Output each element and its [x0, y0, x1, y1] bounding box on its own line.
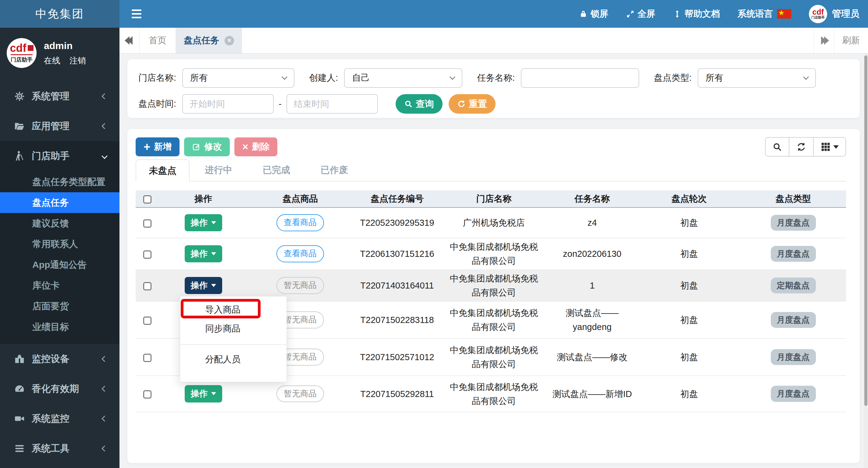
row-action-button[interactable]: 操作 — [185, 385, 222, 403]
avatar-sub-text: 门店助手 — [811, 15, 825, 20]
status-tab-not-counted[interactable]: 未盘点 — [135, 159, 190, 182]
sidebar-item-store-goods-request[interactable]: 店面要货 — [0, 296, 120, 317]
caret-down-icon — [211, 392, 216, 395]
add-button-label: 新增 — [154, 141, 172, 153]
submenu-label: 建议反馈 — [32, 217, 69, 230]
inventory-type-select[interactable]: 所有 — [698, 68, 816, 88]
round-cell: 初盘 — [638, 376, 740, 412]
double-chevron-right-icon — [821, 36, 827, 45]
sidebar-group-store-assistant: 门店助手 盘点任务类型配置 盘点任务 建议反馈 常用联系人 App通知公告 库位… — [0, 141, 120, 344]
status-tab-completed[interactable]: 已完成 — [247, 159, 305, 181]
view-goods-pill[interactable]: 查看商品 — [276, 245, 324, 262]
gauge-icon — [14, 383, 25, 394]
sidebar-item-inventory-task-type-config[interactable]: 盘点任务类型配置 — [0, 171, 120, 192]
table-refresh-button[interactable] — [789, 137, 814, 157]
inventory-time-label: 盘点时间: — [138, 98, 176, 110]
logout-link[interactable]: 注销 — [69, 55, 86, 66]
action-button-label: 操作 — [191, 218, 208, 228]
sidebar-item-storage-card[interactable]: 库位卡 — [0, 275, 120, 296]
profile-avatar: cdf 门店助手 — [7, 38, 37, 68]
brand-logo: 中免集团 — [0, 0, 120, 28]
add-button[interactable]: + 新增 — [135, 137, 180, 156]
tabbar-spacer — [242, 28, 814, 53]
row-checkbox[interactable] — [143, 390, 152, 399]
row-checkbox[interactable] — [143, 354, 152, 362]
tab-home[interactable]: 首页 — [140, 28, 176, 53]
tabs-scroll-left-button[interactable] — [120, 28, 140, 53]
edit-button[interactable]: 修改 — [184, 137, 230, 156]
row-action-button[interactable]: 操作 — [185, 245, 222, 263]
task-id-cell: T22071502571012 — [353, 339, 441, 376]
person-cane-icon — [14, 151, 25, 161]
sidebar-item-performance-target[interactable]: 业绩目标 — [0, 317, 120, 337]
menu-item-assign-staff[interactable]: 分配人员 — [180, 350, 286, 369]
store-name-select[interactable]: 所有 — [182, 68, 294, 88]
sidebar-item-app-notice[interactable]: App通知公告 — [0, 254, 120, 275]
sidebar-item-system-management[interactable]: 系统管理 — [0, 81, 120, 111]
action-button-label: 操作 — [191, 389, 208, 399]
task-id-cell: T22071403164011 — [353, 270, 441, 301]
row-checkbox[interactable] — [143, 250, 152, 259]
submenu-label: 盘点任务 — [32, 196, 69, 209]
row-checkbox[interactable] — [143, 317, 152, 325]
fullscreen-button[interactable]: 全屏 — [626, 8, 655, 20]
user-avatar[interactable]: cdf 门店助手 — [809, 5, 827, 23]
status-tab-voided[interactable]: 已作废 — [305, 159, 363, 181]
task-name-input[interactable] — [521, 68, 639, 88]
sidebar-item-perfume-expiry[interactable]: 香化有效期 — [0, 374, 120, 404]
menu-item-import-goods[interactable]: 导入商品 — [180, 301, 286, 319]
row-action-button[interactable]: 操作 — [185, 214, 222, 231]
vertical-scrollbar[interactable] — [864, 54, 868, 468]
table-columns-button[interactable] — [814, 137, 846, 157]
tabs-scroll-right-button[interactable] — [814, 28, 834, 53]
lock-icon — [579, 10, 588, 18]
select-all-checkbox[interactable] — [143, 195, 152, 204]
chevron-left-icon — [101, 123, 107, 129]
task-id-cell: T22071505292811 — [353, 376, 441, 412]
sidebar-item-suggestion-feedback[interactable]: 建议反馈 — [0, 213, 120, 234]
tab-close-icon[interactable]: × — [225, 36, 234, 45]
caret-down-icon — [211, 284, 216, 287]
tab-inventory-task[interactable]: 盘点任务 × — [176, 28, 242, 53]
refresh-icon — [796, 142, 806, 152]
sidebar-item-store-assistant[interactable]: 门店助手 — [0, 141, 120, 171]
menu-item-label: 同步商品 — [205, 323, 241, 335]
system-language-button[interactable]: 系统语言 ★ — [738, 8, 791, 20]
search-button[interactable]: 查询 — [396, 94, 442, 114]
end-time-input[interactable] — [286, 94, 378, 114]
col-goods: 盘点商品 — [247, 190, 353, 208]
sidebar-item-system-monitoring[interactable]: 系统监控 — [0, 404, 120, 434]
sidebar-item-system-tools[interactable]: 系统工具 — [0, 434, 120, 463]
help-doc-button[interactable]: 帮助文档 — [673, 8, 720, 20]
start-time-input[interactable] — [182, 94, 274, 114]
sidebar-item-label: 系统管理 — [32, 90, 69, 103]
row-checkbox[interactable] — [143, 282, 152, 290]
sidebar-item-label: 门店助手 — [32, 150, 69, 162]
creator-label: 创建人: — [309, 72, 338, 84]
view-goods-pill[interactable]: 查看商品 — [276, 214, 324, 231]
sidebar-item-app-management[interactable]: 应用管理 — [0, 111, 120, 141]
task-name-cell: 1 — [547, 270, 638, 301]
sidebar-item-monitoring-device[interactable]: 监控设备 — [0, 344, 120, 374]
profile-avatar-brand: cdf — [10, 43, 27, 53]
hamburger-menu-icon[interactable] — [132, 9, 142, 18]
no-goods-pill: 暂无商品 — [276, 385, 324, 402]
menu-item-label: 导入商品 — [205, 304, 241, 316]
username-label[interactable]: 管理员 — [832, 8, 860, 20]
reset-button[interactable]: 重置 — [448, 94, 496, 114]
menu-item-sync-goods[interactable]: 同步商品 — [180, 319, 286, 338]
sidebar-item-common-contacts[interactable]: 常用联系人 — [0, 234, 120, 254]
search-icon — [404, 100, 413, 108]
scrollbar-thumb[interactable] — [864, 56, 867, 406]
sidebar-item-inventory-task[interactable]: 盘点任务 — [0, 192, 120, 213]
submenu-label: 常用联系人 — [32, 238, 78, 250]
lock-screen-button[interactable]: 锁屏 — [579, 8, 608, 20]
row-checkbox[interactable] — [143, 219, 152, 228]
status-tab-in-progress[interactable]: 进行中 — [190, 159, 247, 181]
creator-select[interactable]: 自己 — [344, 68, 462, 88]
refresh-tab-button[interactable]: 刷新 — [834, 28, 868, 53]
col-task-id: 盘点任务编号 — [353, 190, 441, 208]
delete-button[interactable]: × 删除 — [235, 137, 277, 156]
table-search-button[interactable] — [765, 137, 789, 157]
row-action-button-open[interactable]: 操作 — [185, 277, 222, 294]
